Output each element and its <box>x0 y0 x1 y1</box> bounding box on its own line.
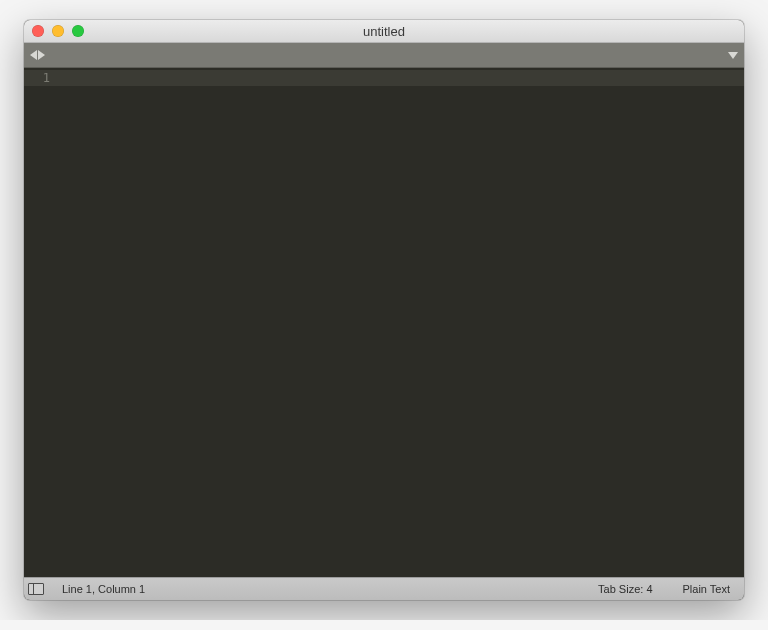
window-titlebar[interactable]: untitled <box>24 20 744 43</box>
tab-size-selector[interactable]: Tab Size: 4 <box>588 583 662 595</box>
tab-bar <box>24 43 744 68</box>
status-bar: Line 1, Column 1 Tab Size: 4 Plain Text <box>24 577 744 600</box>
code-area[interactable] <box>58 68 744 577</box>
chevron-left-icon[interactable] <box>30 50 37 60</box>
window-controls <box>24 25 84 37</box>
zoom-icon[interactable] <box>72 25 84 37</box>
close-icon[interactable] <box>32 25 44 37</box>
cursor-position[interactable]: Line 1, Column 1 <box>52 583 155 595</box>
editor-area: 1 <box>24 68 744 577</box>
line-gutter[interactable]: 1 <box>24 68 58 577</box>
current-line-highlight <box>58 70 744 86</box>
panel-toggle-icon[interactable] <box>28 583 44 595</box>
window-title: untitled <box>24 24 744 39</box>
syntax-selector[interactable]: Plain Text <box>673 583 741 595</box>
status-left: Line 1, Column 1 <box>28 583 155 595</box>
editor-window: untitled 1 Line 1, Column 1 Tab Size: 4 … <box>24 20 744 600</box>
tab-menu-icon[interactable] <box>728 52 738 59</box>
line-number: 1 <box>24 70 58 86</box>
chevron-right-icon[interactable] <box>38 50 45 60</box>
tab-nav <box>30 50 45 60</box>
minimize-icon[interactable] <box>52 25 64 37</box>
